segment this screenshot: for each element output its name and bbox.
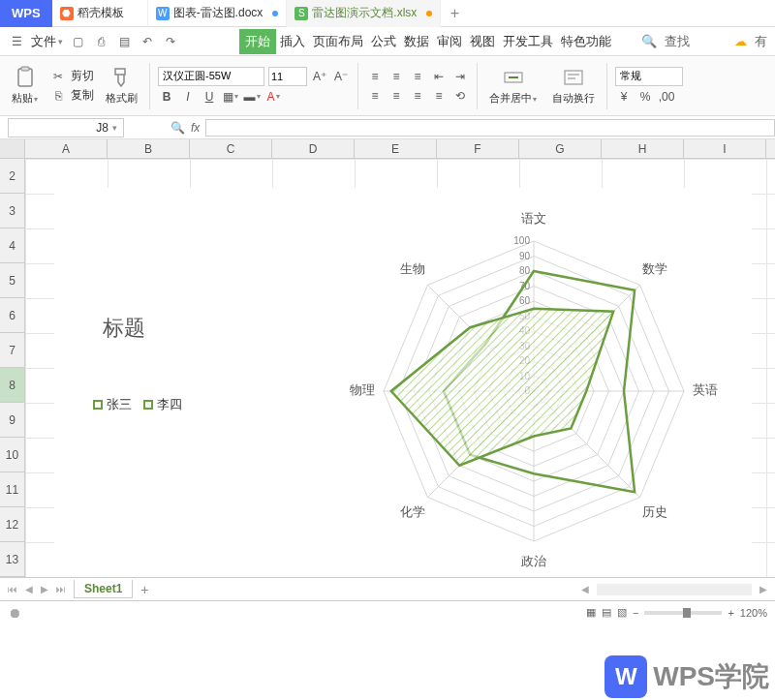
record-icon[interactable]: ⏺ — [8, 605, 21, 621]
formula-input[interactable] — [205, 119, 775, 137]
row-header[interactable]: 2 — [0, 159, 24, 194]
tab-formula[interactable]: 公式 — [367, 29, 400, 54]
align-middle-icon[interactable]: ≡ — [388, 68, 405, 85]
col-header[interactable]: I — [684, 139, 766, 159]
add-sheet-button[interactable]: + — [140, 582, 148, 597]
view-layout-icon[interactable]: ▤ — [602, 606, 611, 619]
row-header[interactable]: 4 — [0, 228, 24, 263]
col-header[interactable]: H — [602, 139, 684, 159]
zoom-out-icon[interactable]: − — [633, 607, 638, 619]
col-header[interactable]: E — [355, 139, 437, 159]
chart-object[interactable]: 标题 张三 李四 0102030405060708090100语文数学英语历史政… — [54, 188, 752, 577]
wrap-text-button[interactable]: 自动换行 — [548, 64, 599, 107]
preview-icon[interactable]: ▤ — [115, 33, 133, 50]
comma-icon[interactable]: ,00 — [658, 88, 675, 106]
tab-page-layout[interactable]: 页面布局 — [309, 29, 367, 54]
cloud-icon[interactable]: ☁ — [734, 34, 747, 48]
font-size-select[interactable] — [268, 67, 307, 86]
row-header[interactable]: 8 — [0, 368, 24, 403]
align-top-icon[interactable]: ≡ — [366, 68, 384, 85]
row-header[interactable]: 13 — [0, 542, 24, 577]
redo-icon[interactable]: ↷ — [162, 33, 179, 50]
file-menu[interactable]: 文件▾ — [31, 33, 63, 50]
fx-icon[interactable]: fx — [191, 121, 200, 135]
increase-font-icon[interactable]: A⁺ — [311, 68, 328, 85]
format-painter-button[interactable]: 格式刷 — [102, 64, 141, 107]
tab-dev[interactable]: 开发工具 — [499, 29, 557, 54]
align-center-icon[interactable]: ≡ — [388, 87, 405, 105]
sheet-tab-bar: ⏮ ◀ ▶ ⏭ Sheet1 + ◀ ▶ — [0, 577, 775, 600]
italic-icon[interactable]: I — [179, 88, 197, 106]
indent-left-icon[interactable]: ⇤ — [430, 68, 448, 85]
sheet-nav-first-icon[interactable]: ⏮ — [8, 584, 17, 594]
bold-icon[interactable]: B — [158, 88, 175, 106]
font-name-select[interactable] — [158, 67, 264, 86]
col-header[interactable]: G — [519, 139, 602, 159]
indent-right-icon[interactable]: ⇥ — [451, 68, 469, 85]
print-icon[interactable]: ⎙ — [92, 33, 109, 50]
zoom-icon[interactable]: 🔍 — [170, 121, 185, 135]
zoom-value[interactable]: 120% — [740, 607, 767, 619]
underline-icon[interactable]: U — [201, 88, 218, 106]
tab-insert[interactable]: 插入 — [276, 29, 309, 54]
hscroll-left-icon[interactable]: ◀ — [581, 584, 589, 594]
row-header[interactable]: 6 — [0, 298, 24, 333]
align-right-icon[interactable]: ≡ — [409, 87, 426, 105]
row-header[interactable]: 12 — [0, 507, 24, 542]
row-header[interactable]: 5 — [0, 263, 24, 298]
col-header[interactable]: F — [437, 139, 519, 159]
currency-icon[interactable]: ¥ — [615, 88, 633, 106]
hscrollbar[interactable] — [597, 584, 752, 595]
orientation-icon[interactable]: ⟲ — [451, 87, 469, 105]
zoom-in-icon[interactable]: + — [728, 607, 733, 619]
border-icon[interactable]: ▦ — [222, 88, 239, 106]
align-left-icon[interactable]: ≡ — [366, 87, 384, 105]
search-label[interactable]: 查找 — [665, 33, 690, 50]
col-header[interactable]: C — [190, 139, 272, 159]
tab-review[interactable]: 审阅 — [433, 29, 466, 54]
zoom-slider[interactable] — [644, 611, 722, 615]
sheet-tab[interactable]: Sheet1 — [74, 580, 133, 598]
select-all-corner[interactable] — [0, 139, 25, 159]
new-tab-button[interactable]: + — [441, 0, 468, 27]
undo-icon[interactable]: ↶ — [139, 33, 156, 50]
hscroll-right-icon[interactable]: ▶ — [760, 584, 767, 594]
save-icon[interactable]: ▢ — [69, 33, 86, 50]
row-header[interactable]: 9 — [0, 403, 24, 438]
col-header[interactable]: D — [272, 139, 355, 159]
col-header[interactable]: B — [108, 139, 190, 159]
sheet-nav-next-icon[interactable]: ▶ — [41, 584, 48, 594]
title-tab-docx[interactable]: W 图表-雷达图.docx — [148, 0, 288, 27]
row-header[interactable]: 10 — [0, 438, 24, 472]
merge-center-button[interactable]: 合并居中 — [485, 64, 541, 107]
clipboard-icon — [14, 66, 37, 89]
align-bottom-icon[interactable]: ≡ — [409, 68, 426, 85]
sheet-nav-last-icon[interactable]: ⏭ — [56, 584, 66, 594]
paste-button[interactable]: 粘贴 — [8, 64, 42, 107]
percent-icon[interactable]: % — [636, 88, 654, 106]
fill-color-icon[interactable]: ▬ — [243, 88, 261, 106]
hamburger-icon[interactable]: ☰ — [8, 33, 25, 50]
number-format-select[interactable] — [615, 67, 683, 86]
tab-features[interactable]: 特色功能 — [557, 29, 615, 54]
row-header[interactable]: 7 — [0, 333, 24, 368]
view-normal-icon[interactable]: ▦ — [586, 606, 596, 619]
col-header[interactable]: A — [25, 139, 108, 159]
grid[interactable]: 标题 张三 李四 0102030405060708090100语文数学英语历史政… — [25, 159, 775, 577]
decrease-font-icon[interactable]: A⁻ — [332, 68, 350, 85]
cut-button[interactable]: ✂剪切 — [49, 68, 94, 85]
font-color-icon[interactable]: A — [264, 88, 282, 106]
tab-home[interactable]: 开始 — [239, 29, 276, 54]
justify-icon[interactable]: ≡ — [430, 87, 448, 105]
tab-data[interactable]: 数据 — [400, 29, 433, 54]
tab-view[interactable]: 视图 — [466, 29, 499, 54]
title-tab-xlsx[interactable]: S 雷达图演示文档.xlsx — [287, 0, 441, 27]
copy-button[interactable]: ⎘复制 — [49, 87, 94, 105]
view-break-icon[interactable]: ▧ — [617, 606, 627, 619]
name-box[interactable]: J8 ▾ — [8, 118, 124, 137]
row-header[interactable]: 3 — [0, 194, 24, 228]
search-icon[interactable]: 🔍 — [641, 34, 657, 48]
row-header[interactable]: 11 — [0, 472, 24, 507]
sheet-nav-prev-icon[interactable]: ◀ — [25, 584, 33, 594]
title-tab-templates[interactable]: ⬣ 稻壳模板 — [52, 0, 148, 27]
